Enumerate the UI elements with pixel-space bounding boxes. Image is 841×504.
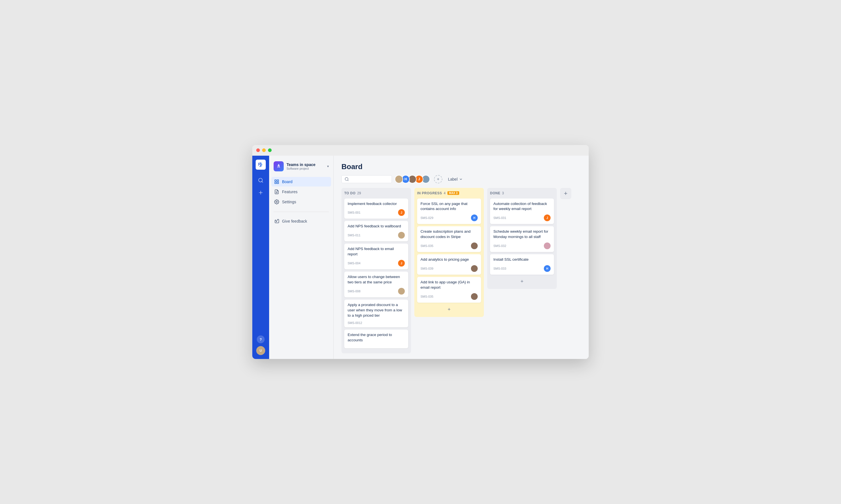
give-feedback-btn[interactable]: Give feedback	[269, 216, 333, 226]
maximize-btn[interactable]	[268, 148, 272, 152]
minimize-btn[interactable]	[262, 148, 266, 152]
inprogress-column-count: 4	[444, 191, 446, 195]
svg-point-4	[278, 166, 279, 167]
add-member-btn[interactable]: +	[434, 175, 442, 183]
todo-column-count: 29	[357, 191, 361, 195]
done-column-count: 3	[502, 191, 504, 195]
card-sms011[interactable]: Add NPS feedback to wallboard SMS-011	[344, 221, 408, 241]
card-sms039-avatar	[471, 265, 478, 272]
card-sms001[interactable]: Implement feedback collector SMS-001 J	[344, 199, 408, 219]
card-grace-title: Extend the grace period to accounts	[348, 332, 405, 343]
card-sms008[interactable]: Allow users to change between two tiers …	[344, 272, 408, 298]
board-columns: TO DO 29 Implement feedback collector SM…	[333, 188, 589, 359]
card-sms029-avatar: H	[471, 215, 478, 221]
card-sms004[interactable]: Add NPS feedback to email report SMS-004…	[344, 244, 408, 269]
sidebar-item-features[interactable]: Features	[271, 187, 331, 197]
svg-rect-5	[275, 180, 276, 181]
inprogress-add-btn[interactable]: +	[417, 305, 481, 314]
card-sms032-id: SMS-032	[493, 244, 506, 248]
sidebar-item-board[interactable]: Board	[271, 177, 331, 186]
card-sms029-footer: SMS-029 H	[420, 215, 478, 221]
card-sms035a-id: SMS-035	[420, 244, 433, 248]
card-sms001-title: Implement feedback collector	[348, 201, 405, 206]
card-sms004-id: SMS-004	[348, 262, 361, 265]
icon-sidebar: ? U	[252, 156, 269, 359]
features-nav-label: Features	[282, 190, 297, 194]
card-sms033-title: Install SSL certificate	[493, 257, 551, 263]
card-sms011-title: Add NPS feedback to wallboard	[348, 224, 405, 229]
card-sms039[interactable]: Add analytics to pricing page SMS-039	[417, 254, 481, 275]
svg-rect-7	[275, 182, 276, 183]
project-info: Teams in space Software project	[287, 162, 324, 170]
card-sms029-id: SMS-029	[420, 216, 433, 219]
sidebar-nav: Board Features Setting	[269, 176, 333, 208]
sidebar-divider	[274, 212, 329, 212]
search-bar[interactable]	[341, 175, 392, 183]
project-sidebar: Teams in space Software project ▾ Board	[269, 156, 333, 359]
project-header[interactable]: Teams in space Software project ▾	[269, 159, 333, 176]
card-sms0012[interactable]: Apply a prorated discount to a user when…	[344, 300, 408, 327]
svg-rect-8	[277, 182, 279, 183]
max-badge: MAX 3	[447, 191, 460, 195]
chevron-down-icon	[459, 177, 463, 181]
svg-point-11	[276, 201, 277, 202]
close-btn[interactable]	[256, 148, 260, 152]
card-sms031[interactable]: Automate collection of feedback for week…	[490, 199, 554, 224]
add-column-btn[interactable]: +	[560, 188, 571, 199]
app-window: ? U Teams in space Software project	[252, 145, 589, 359]
done-add-btn[interactable]: +	[490, 277, 554, 286]
card-sms001-footer: SMS-001 J	[348, 209, 405, 216]
member-avatar-1[interactable]	[395, 175, 403, 183]
titlebar	[252, 145, 589, 156]
project-type: Software project	[287, 167, 324, 170]
card-sms0012-id: SMS-0012	[348, 321, 362, 325]
svg-line-1	[262, 181, 263, 182]
sidebar-item-settings[interactable]: Settings	[271, 197, 331, 206]
card-sms031-avatar: J	[544, 215, 551, 221]
todo-column: TO DO 29 Implement feedback collector SM…	[341, 188, 411, 354]
card-sms035a-title: Create subscription plans and discount c…	[420, 229, 478, 240]
settings-nav-label: Settings	[282, 200, 296, 204]
card-sms035a-footer: SMS-035	[420, 242, 478, 249]
board-title: Board	[341, 162, 581, 171]
search-input[interactable]	[351, 177, 387, 181]
project-name: Teams in space	[287, 162, 324, 167]
card-sms033[interactable]: Install SSL certificate SMS-033 H	[490, 254, 554, 275]
card-sms035a-avatar	[471, 242, 478, 249]
label-btn-text: Label	[448, 177, 458, 181]
add-icon-btn[interactable]	[256, 187, 266, 198]
todo-column-header: TO DO 29	[344, 191, 408, 196]
member-avatars: H J	[395, 175, 430, 183]
card-grace[interactable]: Extend the grace period to accounts	[344, 329, 408, 348]
help-button[interactable]: ?	[257, 336, 264, 343]
card-sms035b-title: Add link to app usage (GA) in email repo…	[420, 280, 478, 290]
card-sms033-avatar: H	[544, 265, 551, 272]
card-sms035b[interactable]: Add link to app usage (GA) in email repo…	[417, 277, 481, 303]
card-sms035a[interactable]: Create subscription plans and discount c…	[417, 226, 481, 252]
card-sms004-footer: SMS-004 J	[348, 260, 405, 267]
search-icon	[345, 177, 349, 181]
search-icon-btn[interactable]	[256, 175, 266, 185]
label-filter-btn[interactable]: Label	[445, 176, 466, 183]
card-sms033-id: SMS-033	[493, 267, 506, 270]
card-sms032[interactable]: Schedule weekly email report for Monday …	[490, 226, 554, 252]
card-sms039-id: SMS-039	[420, 267, 433, 270]
card-sms008-avatar	[398, 288, 405, 294]
card-sms008-id: SMS-008	[348, 289, 361, 293]
card-sms029[interactable]: Force SSL on any page that contains acco…	[417, 199, 481, 224]
svg-line-13	[348, 180, 348, 181]
card-sms032-title: Schedule weekly email report for Monday …	[493, 229, 551, 240]
inprogress-column: IN PROGRESS 4 MAX 3 Force SSL on any pag…	[414, 188, 484, 317]
user-avatar-icon[interactable]: U	[256, 346, 265, 355]
card-sms031-title: Automate collection of feedback for week…	[493, 201, 551, 212]
card-sms032-avatar	[544, 242, 551, 249]
project-chevron-icon: ▾	[327, 164, 329, 168]
card-sms0012-footer: SMS-0012	[348, 321, 405, 325]
card-sms033-footer: SMS-033 H	[493, 265, 551, 272]
done-column: DONE 3 Automate collection of feedback f…	[487, 188, 557, 289]
card-sms011-avatar	[398, 232, 405, 238]
card-sms004-title: Add NPS feedback to email report	[348, 247, 405, 257]
board-toolbar: H J + Label	[341, 175, 581, 183]
main-content: Board H J	[333, 156, 589, 359]
svg-rect-6	[277, 180, 279, 181]
